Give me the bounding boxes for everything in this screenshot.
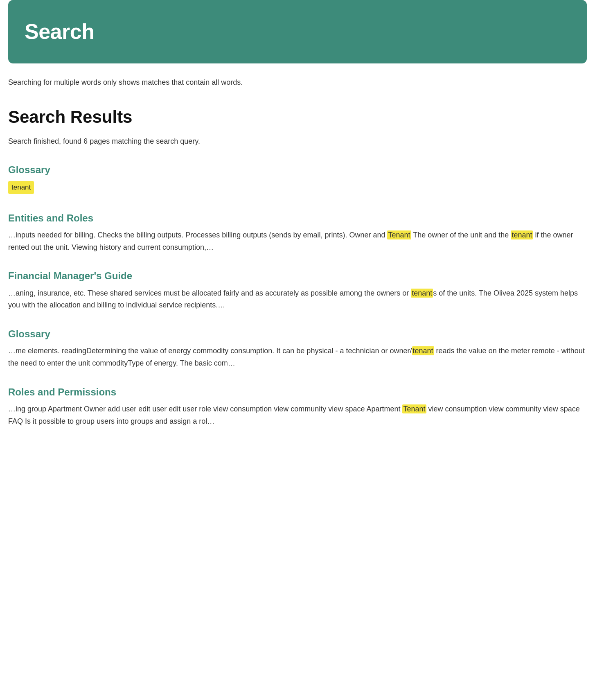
page-title: Search bbox=[25, 15, 570, 49]
result-1: Glossary tenant bbox=[8, 162, 587, 196]
search-header-banner: Search bbox=[8, 0, 587, 63]
result-1-tag: tenant bbox=[8, 181, 34, 194]
result-5-title[interactable]: Roles and Permissions bbox=[8, 384, 116, 400]
highlight-tenant-4: tenant bbox=[412, 346, 434, 355]
highlight-tenant-2: tenant bbox=[511, 230, 533, 239]
highlight-tenant-5: Tenant bbox=[402, 404, 426, 413]
search-results-heading: Search Results bbox=[8, 103, 587, 131]
result-5: Roles and Permissions …ing group Apartme… bbox=[8, 384, 587, 428]
result-2: Entities and Roles …inputs needed for bi… bbox=[8, 210, 587, 254]
result-2-title[interactable]: Entities and Roles bbox=[8, 210, 93, 226]
highlight-tenant-3: tenant bbox=[411, 289, 433, 298]
search-description: Searching for multiple words only shows … bbox=[8, 77, 587, 88]
highlight-tenant-1: Tenant bbox=[387, 230, 411, 239]
results-summary: Search finished, found 6 pages matching … bbox=[8, 135, 587, 147]
result-4-snippet: …me elements. readingDetermining the val… bbox=[8, 345, 587, 369]
result-3-title[interactable]: Financial Manager's Guide bbox=[8, 268, 132, 284]
result-3-snippet: …aning, insurance, etc. These shared ser… bbox=[8, 287, 587, 312]
result-5-snippet: …ing group Apartment Owner add user edit… bbox=[8, 403, 587, 427]
result-4: Glossary …me elements. readingDeterminin… bbox=[8, 326, 587, 370]
result-2-snippet: …inputs needed for billing. Checks the b… bbox=[8, 229, 587, 253]
result-4-title[interactable]: Glossary bbox=[8, 326, 50, 342]
result-3: Financial Manager's Guide …aning, insura… bbox=[8, 268, 587, 312]
result-1-title[interactable]: Glossary bbox=[8, 162, 50, 178]
